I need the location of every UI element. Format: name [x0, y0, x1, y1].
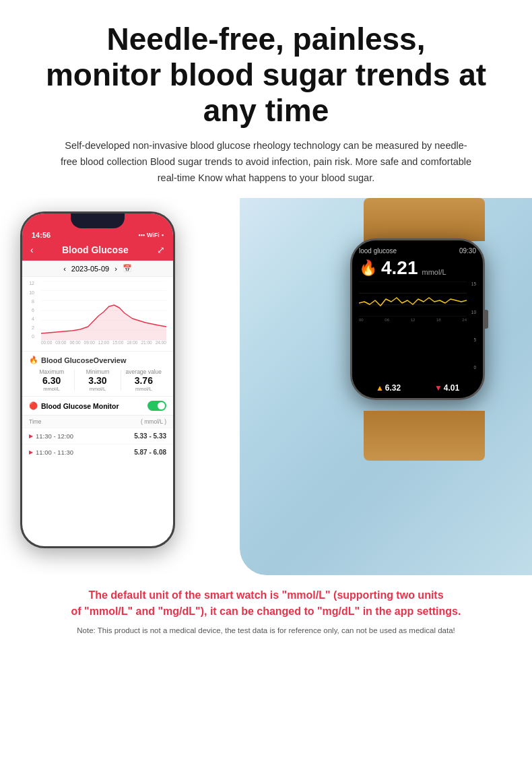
monitor-toggle-row: 🔴 Blood Glucose Monitor — [22, 396, 173, 415]
blood-glucose-chart: 12 10 8 6 4 2 0 — [22, 277, 173, 351]
watch-glucose-value: 4.21 — [381, 257, 418, 279]
y-label-4: 4 — [32, 317, 34, 321]
watch-band-bottom — [364, 411, 485, 461]
overview-section: 🔥 Blood GlucoseOverview Maximum 6.30 mmo… — [22, 351, 173, 396]
header-description: Self-developed non-invasive blood glucos… — [57, 138, 475, 187]
y-label-0: 0 — [32, 334, 34, 339]
watch-y-0: 0 — [473, 365, 476, 370]
phone-time: 14:56 — [32, 231, 51, 239]
headline-line1: Needle-free, painless, — [107, 22, 426, 57]
time-range-2: ▶ 11:00 - 11:30 — [29, 449, 73, 456]
watch-chart-x-labels: 0006121824 — [359, 318, 476, 322]
down-arrow-icon: ▼ — [434, 383, 442, 393]
stat-avg-unit: mmol/L — [121, 386, 166, 392]
watch-mockup: lood glucose 09:30 🔥 4.21 mmol/L 15 10 5… — [350, 238, 498, 414]
current-date: 2023-05-09 — [71, 265, 109, 273]
share-icon[interactable]: ⤢ — [157, 244, 165, 255]
battery-icon: ▪ — [162, 232, 164, 238]
watch-high-num: 6.32 — [385, 383, 401, 393]
y-label-10: 10 — [29, 290, 34, 295]
stat-minimum: Minimum 3.30 mmol/L — [75, 368, 120, 392]
phone-screen: 14:56 ▪▪▪ WiFi ▪ ‹ Blood Glucose ⤢ ‹ — [22, 213, 173, 546]
chart-svg-area — [41, 281, 166, 340]
footer-note: Note: This product is not a medical devi… — [27, 626, 505, 634]
stat-min-label: Minimum — [75, 368, 120, 375]
stat-max-value: 6.30 — [29, 375, 74, 386]
overview-title: 🔥 Blood GlucoseOverview — [29, 356, 166, 364]
y-label-12: 12 — [29, 281, 34, 286]
watch-y-15: 15 — [471, 282, 476, 286]
time-range-1: ▶ 11:30 - 12:00 — [29, 432, 73, 440]
footer-red-text: The default unit of the smart watch is "… — [27, 587, 505, 620]
monitor-toggle[interactable] — [147, 401, 166, 411]
y-label-2: 2 — [32, 325, 34, 330]
headline-line2: monitor blood sugar trends at any time — [46, 57, 486, 128]
watch-time: 09:30 — [459, 247, 476, 255]
app-title: Blood Glucose — [62, 244, 129, 255]
watch-screen: lood glucose 09:30 🔥 4.21 mmol/L 15 10 5… — [352, 240, 483, 398]
watch-fire-icon: 🔥 — [359, 259, 377, 277]
stat-max-unit: mmol/L — [29, 386, 74, 392]
watch-chart-y-labels: 15 10 5 0 — [467, 282, 476, 370]
watch-band-top — [364, 198, 485, 241]
watch-low-value: ▼ 4.01 — [434, 383, 459, 393]
stat-avg-value: 3.76 — [121, 375, 166, 386]
time-row-2: ▶ 11:00 - 11:30 5.87 - 6.08 — [22, 444, 173, 460]
time-row-1: ▶ 11:30 - 12:00 5.33 - 5.33 — [22, 428, 173, 444]
monitor-label: 🔴 Blood Glucose Monitor — [29, 401, 119, 410]
watch-topbar: lood glucose 09:30 — [359, 247, 476, 255]
phone-app-header: ‹ Blood Glucose ⤢ — [22, 242, 173, 261]
devices-section: 14:56 ▪▪▪ WiFi ▪ ‹ Blood Glucose ⤢ ‹ — [0, 198, 532, 575]
watch-crown — [483, 310, 488, 329]
watch-glucose-unit: mmol/L — [422, 268, 446, 276]
monitor-icon: 🔴 — [29, 401, 38, 410]
fire-icon-overview: 🔥 — [29, 356, 38, 364]
wifi-icon: WiFi — [147, 232, 160, 238]
watch-main-value: 🔥 4.21 mmol/L — [359, 257, 476, 279]
stat-min-value: 3.30 — [75, 375, 120, 386]
mmol-col-label: ( mmol/L ) — [141, 418, 166, 425]
stat-max-label: Maximum — [29, 368, 74, 375]
y-label-6: 6 — [32, 308, 34, 312]
up-arrow-icon: ▲ — [376, 383, 384, 393]
time-arrow-1: ▶ — [29, 433, 33, 439]
time-arrow-2: ▶ — [29, 449, 33, 455]
chart-y-axis: 12 10 8 6 4 2 0 — [22, 281, 34, 339]
prev-date-icon[interactable]: ‹ — [63, 265, 66, 273]
phone-notch — [71, 213, 125, 228]
time-value-1: 5.33 - 5.33 — [134, 432, 166, 440]
header-section: Needle-free, painless, monitor blood sug… — [0, 0, 532, 198]
next-date-icon[interactable]: › — [114, 265, 117, 273]
monitor-text: Blood Glucose Monitor — [41, 402, 119, 410]
watch-frame: lood glucose 09:30 🔥 4.21 mmol/L 15 10 5… — [350, 238, 485, 400]
statusbar-icons: ▪▪▪ WiFi ▪ — [138, 232, 164, 238]
stat-average: average value 3.76 mmol/L — [121, 368, 166, 392]
time-value-2: 5.87 - 6.08 — [134, 449, 166, 456]
stat-avg-label: average value — [121, 368, 166, 375]
stat-min-unit: mmol/L — [75, 386, 120, 392]
y-label-8: 8 — [32, 299, 34, 304]
phone-mockup: 14:56 ▪▪▪ WiFi ▪ ‹ Blood Glucose ⤢ ‹ — [20, 211, 175, 548]
calendar-icon[interactable]: 📅 — [123, 264, 132, 273]
watch-chart: 15 10 5 0 0006121824 — [359, 282, 476, 381]
watch-y-10: 10 — [471, 310, 476, 315]
signal-icon: ▪▪▪ — [138, 232, 145, 238]
date-navigator: ‹ 2023-05-09 › 📅 — [22, 261, 173, 277]
time-col-label: Time — [29, 418, 42, 425]
watch-low-num: 4.01 — [444, 383, 459, 393]
overview-label: Blood GlucoseOverview — [41, 356, 127, 364]
phone-frame: 14:56 ▪▪▪ WiFi ▪ ‹ Blood Glucose ⤢ ‹ — [20, 211, 175, 548]
watch-y-5: 5 — [473, 337, 476, 342]
time-list-header: Time ( mmol/L ) — [22, 415, 173, 428]
chart-x-axis: 00:0003:0006:0009:0012:0015:0018:0021:00… — [41, 340, 166, 345]
stat-maximum: Maximum 6.30 mmol/L — [29, 368, 74, 392]
watch-high-value: ▲ 6.32 — [376, 383, 401, 393]
watch-app-title: lood glucose — [359, 247, 397, 255]
stats-row: Maximum 6.30 mmol/L Minimum 3.30 mmol/L — [29, 368, 166, 392]
footer-section: The default unit of the smart watch is "… — [0, 575, 532, 641]
back-icon[interactable]: ‹ — [30, 244, 34, 255]
watch-bottom-values: ▲ 6.32 ▼ 4.01 — [359, 383, 476, 393]
